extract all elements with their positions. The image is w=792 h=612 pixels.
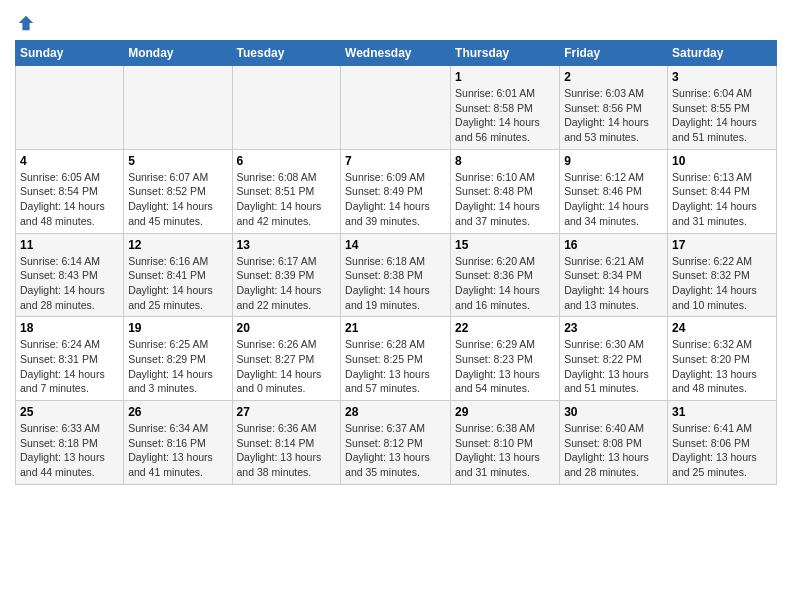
- day-cell: 6Sunrise: 6:08 AMSunset: 8:51 PMDaylight…: [232, 149, 341, 233]
- day-info: Sunrise: 6:17 AMSunset: 8:39 PMDaylight:…: [237, 254, 337, 313]
- day-cell: 8Sunrise: 6:10 AMSunset: 8:48 PMDaylight…: [451, 149, 560, 233]
- day-info: Sunrise: 6:40 AMSunset: 8:08 PMDaylight:…: [564, 421, 663, 480]
- day-number: 14: [345, 238, 446, 252]
- day-info: Sunrise: 6:10 AMSunset: 8:48 PMDaylight:…: [455, 170, 555, 229]
- day-number: 13: [237, 238, 337, 252]
- day-cell: 1Sunrise: 6:01 AMSunset: 8:58 PMDaylight…: [451, 66, 560, 150]
- day-info: Sunrise: 6:41 AMSunset: 8:06 PMDaylight:…: [672, 421, 772, 480]
- day-cell: 31Sunrise: 6:41 AMSunset: 8:06 PMDayligh…: [668, 401, 777, 485]
- day-cell: 11Sunrise: 6:14 AMSunset: 8:43 PMDayligh…: [16, 233, 124, 317]
- day-number: 16: [564, 238, 663, 252]
- day-number: 17: [672, 238, 772, 252]
- logo: [15, 14, 35, 32]
- day-info: Sunrise: 6:33 AMSunset: 8:18 PMDaylight:…: [20, 421, 119, 480]
- day-cell: 26Sunrise: 6:34 AMSunset: 8:16 PMDayligh…: [124, 401, 232, 485]
- day-info: Sunrise: 6:13 AMSunset: 8:44 PMDaylight:…: [672, 170, 772, 229]
- day-info: Sunrise: 6:36 AMSunset: 8:14 PMDaylight:…: [237, 421, 337, 480]
- day-number: 29: [455, 405, 555, 419]
- day-number: 3: [672, 70, 772, 84]
- header-day-monday: Monday: [124, 41, 232, 66]
- day-info: Sunrise: 6:26 AMSunset: 8:27 PMDaylight:…: [237, 337, 337, 396]
- day-number: 2: [564, 70, 663, 84]
- header-day-saturday: Saturday: [668, 41, 777, 66]
- week-row-2: 4Sunrise: 6:05 AMSunset: 8:54 PMDaylight…: [16, 149, 777, 233]
- day-info: Sunrise: 6:34 AMSunset: 8:16 PMDaylight:…: [128, 421, 227, 480]
- day-number: 5: [128, 154, 227, 168]
- day-cell: 14Sunrise: 6:18 AMSunset: 8:38 PMDayligh…: [341, 233, 451, 317]
- day-number: 31: [672, 405, 772, 419]
- day-info: Sunrise: 6:12 AMSunset: 8:46 PMDaylight:…: [564, 170, 663, 229]
- day-cell: 23Sunrise: 6:30 AMSunset: 8:22 PMDayligh…: [560, 317, 668, 401]
- day-number: 8: [455, 154, 555, 168]
- svg-marker-0: [19, 16, 33, 30]
- day-number: 10: [672, 154, 772, 168]
- header-day-tuesday: Tuesday: [232, 41, 341, 66]
- day-info: Sunrise: 6:37 AMSunset: 8:12 PMDaylight:…: [345, 421, 446, 480]
- week-row-4: 18Sunrise: 6:24 AMSunset: 8:31 PMDayligh…: [16, 317, 777, 401]
- day-number: 4: [20, 154, 119, 168]
- day-number: 24: [672, 321, 772, 335]
- day-cell: 29Sunrise: 6:38 AMSunset: 8:10 PMDayligh…: [451, 401, 560, 485]
- day-number: 30: [564, 405, 663, 419]
- day-info: Sunrise: 6:22 AMSunset: 8:32 PMDaylight:…: [672, 254, 772, 313]
- header-day-wednesday: Wednesday: [341, 41, 451, 66]
- day-info: Sunrise: 6:09 AMSunset: 8:49 PMDaylight:…: [345, 170, 446, 229]
- day-number: 7: [345, 154, 446, 168]
- day-cell: 30Sunrise: 6:40 AMSunset: 8:08 PMDayligh…: [560, 401, 668, 485]
- day-info: Sunrise: 6:08 AMSunset: 8:51 PMDaylight:…: [237, 170, 337, 229]
- day-number: 6: [237, 154, 337, 168]
- week-row-1: 1Sunrise: 6:01 AMSunset: 8:58 PMDaylight…: [16, 66, 777, 150]
- day-info: Sunrise: 6:05 AMSunset: 8:54 PMDaylight:…: [20, 170, 119, 229]
- day-cell: 7Sunrise: 6:09 AMSunset: 8:49 PMDaylight…: [341, 149, 451, 233]
- day-number: 23: [564, 321, 663, 335]
- day-cell: [341, 66, 451, 150]
- day-info: Sunrise: 6:32 AMSunset: 8:20 PMDaylight:…: [672, 337, 772, 396]
- day-cell: 28Sunrise: 6:37 AMSunset: 8:12 PMDayligh…: [341, 401, 451, 485]
- day-number: 22: [455, 321, 555, 335]
- day-number: 26: [128, 405, 227, 419]
- day-number: 21: [345, 321, 446, 335]
- day-info: Sunrise: 6:16 AMSunset: 8:41 PMDaylight:…: [128, 254, 227, 313]
- day-info: Sunrise: 6:18 AMSunset: 8:38 PMDaylight:…: [345, 254, 446, 313]
- logo-icon: [17, 14, 35, 32]
- day-number: 28: [345, 405, 446, 419]
- day-info: Sunrise: 6:30 AMSunset: 8:22 PMDaylight:…: [564, 337, 663, 396]
- day-number: 20: [237, 321, 337, 335]
- day-info: Sunrise: 6:01 AMSunset: 8:58 PMDaylight:…: [455, 86, 555, 145]
- day-info: Sunrise: 6:07 AMSunset: 8:52 PMDaylight:…: [128, 170, 227, 229]
- day-number: 11: [20, 238, 119, 252]
- day-info: Sunrise: 6:25 AMSunset: 8:29 PMDaylight:…: [128, 337, 227, 396]
- header-day-friday: Friday: [560, 41, 668, 66]
- calendar-table: SundayMondayTuesdayWednesdayThursdayFrid…: [15, 40, 777, 485]
- day-info: Sunrise: 6:24 AMSunset: 8:31 PMDaylight:…: [20, 337, 119, 396]
- day-cell: 5Sunrise: 6:07 AMSunset: 8:52 PMDaylight…: [124, 149, 232, 233]
- day-cell: 10Sunrise: 6:13 AMSunset: 8:44 PMDayligh…: [668, 149, 777, 233]
- day-cell: 24Sunrise: 6:32 AMSunset: 8:20 PMDayligh…: [668, 317, 777, 401]
- day-cell: 4Sunrise: 6:05 AMSunset: 8:54 PMDaylight…: [16, 149, 124, 233]
- day-cell: 13Sunrise: 6:17 AMSunset: 8:39 PMDayligh…: [232, 233, 341, 317]
- day-cell: 9Sunrise: 6:12 AMSunset: 8:46 PMDaylight…: [560, 149, 668, 233]
- day-cell: [232, 66, 341, 150]
- day-cell: 2Sunrise: 6:03 AMSunset: 8:56 PMDaylight…: [560, 66, 668, 150]
- day-cell: 19Sunrise: 6:25 AMSunset: 8:29 PMDayligh…: [124, 317, 232, 401]
- day-cell: [16, 66, 124, 150]
- day-number: 1: [455, 70, 555, 84]
- header-row: SundayMondayTuesdayWednesdayThursdayFrid…: [16, 41, 777, 66]
- day-number: 15: [455, 238, 555, 252]
- day-cell: 3Sunrise: 6:04 AMSunset: 8:55 PMDaylight…: [668, 66, 777, 150]
- day-cell: 20Sunrise: 6:26 AMSunset: 8:27 PMDayligh…: [232, 317, 341, 401]
- day-info: Sunrise: 6:29 AMSunset: 8:23 PMDaylight:…: [455, 337, 555, 396]
- page-header: [15, 10, 777, 32]
- day-info: Sunrise: 6:38 AMSunset: 8:10 PMDaylight:…: [455, 421, 555, 480]
- header-day-thursday: Thursday: [451, 41, 560, 66]
- day-cell: 18Sunrise: 6:24 AMSunset: 8:31 PMDayligh…: [16, 317, 124, 401]
- day-info: Sunrise: 6:14 AMSunset: 8:43 PMDaylight:…: [20, 254, 119, 313]
- day-info: Sunrise: 6:21 AMSunset: 8:34 PMDaylight:…: [564, 254, 663, 313]
- day-cell: 27Sunrise: 6:36 AMSunset: 8:14 PMDayligh…: [232, 401, 341, 485]
- day-info: Sunrise: 6:20 AMSunset: 8:36 PMDaylight:…: [455, 254, 555, 313]
- day-info: Sunrise: 6:04 AMSunset: 8:55 PMDaylight:…: [672, 86, 772, 145]
- day-cell: 15Sunrise: 6:20 AMSunset: 8:36 PMDayligh…: [451, 233, 560, 317]
- day-info: Sunrise: 6:03 AMSunset: 8:56 PMDaylight:…: [564, 86, 663, 145]
- day-cell: 21Sunrise: 6:28 AMSunset: 8:25 PMDayligh…: [341, 317, 451, 401]
- day-info: Sunrise: 6:28 AMSunset: 8:25 PMDaylight:…: [345, 337, 446, 396]
